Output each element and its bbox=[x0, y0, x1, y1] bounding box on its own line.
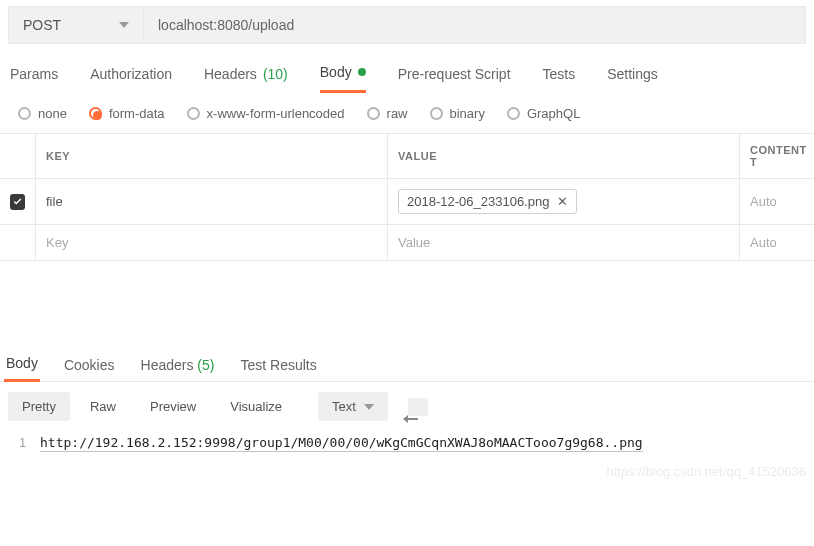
row-checkbox-cell[interactable] bbox=[0, 179, 36, 224]
radio-icon bbox=[367, 107, 380, 120]
checkbox-col bbox=[0, 134, 36, 178]
resp-tab-headers[interactable]: Headers (5) bbox=[139, 351, 217, 381]
response-tabs: Body Cookies Headers (5) Test Results bbox=[0, 341, 814, 382]
request-tabs: Params Authorization Headers (10) Body P… bbox=[0, 54, 814, 94]
radio-raw[interactable]: raw bbox=[367, 106, 408, 121]
table-row: file 2018-12-06_233106.png ✕ Auto bbox=[0, 179, 814, 225]
col-content-type: CONTENT T bbox=[740, 134, 814, 178]
row-content-type[interactable]: Auto bbox=[740, 179, 814, 224]
dot-indicator-icon bbox=[358, 68, 366, 76]
view-visualize[interactable]: Visualize bbox=[216, 392, 296, 421]
tab-tests[interactable]: Tests bbox=[543, 57, 576, 92]
row-key-placeholder[interactable]: Key bbox=[36, 225, 388, 260]
tab-headers[interactable]: Headers (10) bbox=[204, 57, 288, 92]
response-toolbar: Pretty Raw Preview Visualize Text bbox=[0, 382, 814, 431]
watermark: https://blog.csdn.net/qq_41520636 bbox=[0, 464, 814, 479]
view-pretty[interactable]: Pretty bbox=[8, 392, 70, 421]
response-line[interactable]: http://192.168.2.152:9998/group1/M00/00/… bbox=[40, 435, 643, 452]
resp-tab-headers-count: (5) bbox=[197, 357, 214, 373]
tab-headers-count: (10) bbox=[263, 66, 288, 82]
resp-tab-test-results[interactable]: Test Results bbox=[238, 351, 318, 381]
response-body: 1 http://192.168.2.152:9998/group1/M00/0… bbox=[0, 431, 814, 466]
radio-binary-label: binary bbox=[450, 106, 485, 121]
resp-tab-headers-label: Headers bbox=[141, 357, 194, 373]
radio-x-www-form-urlencoded[interactable]: x-www-form-urlencoded bbox=[187, 106, 345, 121]
response-mode-label: Text bbox=[332, 399, 356, 414]
tab-pre-request-script[interactable]: Pre-request Script bbox=[398, 57, 511, 92]
radio-form-data-label: form-data bbox=[109, 106, 165, 121]
line-number: 1 bbox=[8, 436, 26, 450]
view-preview[interactable]: Preview bbox=[136, 392, 210, 421]
body-type-selector: none form-data x-www-form-urlencoded raw… bbox=[0, 94, 814, 133]
radio-icon bbox=[507, 107, 520, 120]
radio-graphql[interactable]: GraphQL bbox=[507, 106, 580, 121]
resp-tab-cookies[interactable]: Cookies bbox=[62, 351, 117, 381]
tab-params[interactable]: Params bbox=[10, 57, 58, 92]
chevron-down-icon bbox=[119, 22, 129, 28]
tab-headers-label: Headers bbox=[204, 66, 257, 82]
close-icon[interactable]: ✕ bbox=[557, 194, 568, 209]
chevron-down-icon bbox=[364, 404, 374, 410]
radio-icon bbox=[187, 107, 200, 120]
col-key: KEY bbox=[36, 134, 388, 178]
http-method-dropdown[interactable]: POST bbox=[8, 6, 144, 44]
radio-graphql-label: GraphQL bbox=[527, 106, 580, 121]
tab-body[interactable]: Body bbox=[320, 55, 366, 93]
row-checkbox-cell bbox=[0, 225, 36, 260]
tab-settings[interactable]: Settings bbox=[607, 57, 658, 92]
radio-icon bbox=[89, 107, 102, 120]
file-chip[interactable]: 2018-12-06_233106.png ✕ bbox=[398, 189, 577, 214]
resp-tab-body[interactable]: Body bbox=[4, 349, 40, 382]
radio-form-data[interactable]: form-data bbox=[89, 106, 165, 121]
col-value: VALUE bbox=[388, 134, 740, 178]
radio-none-label: none bbox=[38, 106, 67, 121]
http-method-label: POST bbox=[23, 17, 61, 33]
row-key[interactable]: file bbox=[36, 179, 388, 224]
row-value-placeholder[interactable]: Value bbox=[388, 225, 740, 260]
radio-none[interactable]: none bbox=[18, 106, 67, 121]
view-raw[interactable]: Raw bbox=[76, 392, 130, 421]
radio-icon bbox=[18, 107, 31, 120]
tab-authorization[interactable]: Authorization bbox=[90, 57, 172, 92]
url-input[interactable] bbox=[144, 6, 806, 44]
table-header: KEY VALUE CONTENT T bbox=[0, 134, 814, 179]
radio-icon bbox=[430, 107, 443, 120]
radio-raw-label: raw bbox=[387, 106, 408, 121]
checkbox-checked-icon bbox=[10, 194, 25, 210]
radio-xwww-label: x-www-form-urlencoded bbox=[207, 106, 345, 121]
row-content-type-placeholder[interactable]: Auto bbox=[740, 225, 814, 260]
tab-body-label: Body bbox=[320, 64, 352, 80]
radio-binary[interactable]: binary bbox=[430, 106, 485, 121]
wrap-line-button[interactable] bbox=[408, 398, 428, 416]
table-row-placeholder: Key Value Auto bbox=[0, 225, 814, 261]
response-mode-dropdown[interactable]: Text bbox=[318, 392, 388, 421]
file-chip-name: 2018-12-06_233106.png bbox=[407, 194, 549, 209]
form-data-table: KEY VALUE CONTENT T file 2018-12-06_2331… bbox=[0, 133, 814, 261]
row-value[interactable]: 2018-12-06_233106.png ✕ bbox=[388, 179, 740, 224]
